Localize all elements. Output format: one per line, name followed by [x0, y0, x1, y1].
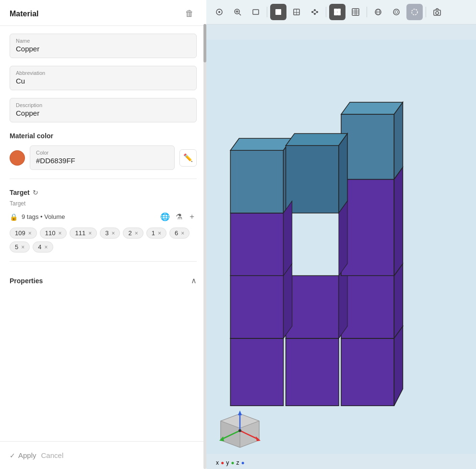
toolbar-btn-focus[interactable] — [211, 4, 227, 20]
viewport[interactable]: x ● y ● z ● — [206, 24, 476, 469]
svg-rect-6 — [253, 10, 259, 14]
toolbar-btn-wireframe[interactable] — [288, 4, 305, 20]
cancel-button[interactable]: Cancel — [41, 449, 64, 461]
svg-marker-68 — [238, 410, 242, 415]
orientation-cube[interactable] — [216, 407, 264, 455]
svg-line-18 — [312, 12, 315, 14]
toolbar-btn-snapshot[interactable] — [429, 4, 445, 20]
refresh-icon[interactable]: ↻ — [33, 189, 38, 196]
tag-remove-button[interactable]: × — [44, 244, 48, 251]
toolbar-btn-nodes[interactable] — [307, 4, 323, 20]
add-tag-button[interactable]: ＋ — [187, 211, 197, 223]
apply-button[interactable]: ✓ Apply — [10, 449, 36, 461]
tag-remove-button[interactable]: × — [181, 230, 184, 237]
tag-chip: 6× — [169, 228, 190, 239]
svg-marker-44 — [341, 276, 394, 338]
filter-icon-button[interactable]: ⚗ — [175, 211, 183, 222]
y-axis-label: y — [226, 459, 229, 466]
svg-marker-54 — [341, 102, 403, 114]
tag-label: 1 — [152, 229, 155, 237]
toolbar-btn-view1[interactable] — [370, 4, 386, 20]
scene-svg — [206, 24, 476, 469]
svg-marker-58 — [339, 133, 347, 213]
svg-marker-49 — [341, 180, 394, 276]
toolbar-btn-zoom-region[interactable] — [229, 4, 246, 20]
svg-marker-53 — [341, 114, 394, 179]
svg-marker-56 — [286, 145, 339, 213]
description-label: Description — [16, 102, 190, 108]
toolbar-btn-view3[interactable] — [406, 4, 423, 20]
svg-rect-19 — [334, 9, 337, 12]
divider-1 — [10, 179, 197, 179]
toolbar-btn-grid[interactable] — [347, 4, 364, 20]
svg-marker-55 — [394, 102, 403, 180]
target-icons: 🌐 ⚗ ＋ — [159, 211, 197, 223]
tag-remove-button[interactable]: × — [111, 230, 115, 237]
globe-icon-button[interactable]: 🌐 — [159, 211, 171, 222]
svg-marker-36 — [230, 338, 283, 406]
toolbar-btn-solid[interactable] — [270, 4, 286, 20]
tag-chip: 3× — [100, 228, 120, 239]
abbreviation-field-box: Abbreviation Cu — [10, 66, 197, 90]
delete-button[interactable]: 🗑 — [182, 8, 197, 20]
svg-rect-7 — [275, 9, 281, 15]
panel-content: Name Copper Abbreviation Cu Description … — [0, 26, 206, 441]
color-input-box[interactable]: Color #DD6839FF — [30, 145, 175, 170]
svg-line-17 — [315, 12, 317, 14]
svg-rect-22 — [337, 12, 341, 15]
color-hex-value[interactable]: #DD6839FF — [36, 156, 168, 165]
svg-marker-50 — [230, 150, 283, 213]
panel-footer: ✓ Apply Cancel — [0, 441, 206, 469]
target-section: Target ↻ Target 🔒 9 tags • Volume 🌐 ⚗ ＋ … — [10, 189, 197, 253]
svg-line-15 — [312, 10, 315, 12]
z-axis-label: z — [237, 459, 239, 466]
tag-remove-button[interactable]: × — [88, 230, 92, 237]
material-color-title: Material color — [10, 132, 197, 140]
svg-marker-51 — [230, 138, 292, 150]
toolbar-sep-1 — [267, 7, 267, 17]
svg-rect-21 — [334, 12, 337, 15]
chevron-up-icon[interactable]: ∧ — [191, 276, 197, 285]
svg-point-32 — [412, 9, 417, 15]
properties-section[interactable]: Properties ∧ — [10, 270, 197, 291]
tag-label: 109 — [15, 229, 25, 237]
y-dot: ● — [231, 459, 234, 466]
toolbar-btn-rectangle[interactable] — [248, 4, 264, 20]
tag-chip: 4× — [33, 241, 53, 253]
svg-marker-60 — [284, 201, 292, 276]
divider-2 — [10, 261, 197, 262]
name-value[interactable]: Copper — [16, 45, 190, 53]
tag-remove-button[interactable]: × — [135, 230, 138, 237]
svg-point-34 — [436, 12, 439, 14]
toolbar — [206, 0, 476, 24]
tags-container: 109×110×111×3×2×1×6×5×4× — [10, 228, 197, 253]
toolbar-btn-groups[interactable] — [329, 4, 345, 20]
tag-chip: 2× — [123, 228, 143, 239]
svg-point-1 — [218, 11, 220, 13]
color-edit-button[interactable]: ✏️ — [179, 149, 197, 167]
toolbar-btn-view2[interactable] — [388, 4, 405, 20]
svg-marker-42 — [230, 276, 283, 338]
tag-chip: 109× — [10, 228, 37, 239]
abbreviation-field-group: Abbreviation Cu — [10, 66, 197, 90]
axis-labels: x ● y ● z ● — [216, 459, 245, 466]
tag-label: 111 — [75, 229, 85, 237]
svg-marker-59 — [394, 167, 403, 276]
lock-icon: 🔒 — [10, 213, 18, 221]
svg-marker-57 — [286, 133, 347, 145]
abbreviation-value[interactable]: Cu — [16, 77, 190, 85]
svg-marker-48 — [230, 213, 283, 276]
color-label: Color — [36, 150, 168, 156]
tag-remove-button[interactable]: × — [28, 230, 32, 237]
description-value[interactable]: Copper — [16, 109, 190, 117]
tag-label: 4 — [38, 243, 41, 251]
tag-label: 6 — [175, 229, 178, 237]
svg-marker-61 — [339, 201, 347, 276]
tag-remove-button[interactable]: × — [21, 244, 24, 251]
svg-marker-43 — [286, 276, 339, 338]
color-swatch[interactable] — [10, 150, 25, 166]
target-info-row: 🔒 9 tags • Volume 🌐 ⚗ ＋ — [10, 211, 197, 223]
tag-remove-button[interactable]: × — [158, 230, 161, 237]
tag-remove-button[interactable]: × — [58, 230, 61, 237]
x-axis-label: x — [216, 459, 219, 466]
